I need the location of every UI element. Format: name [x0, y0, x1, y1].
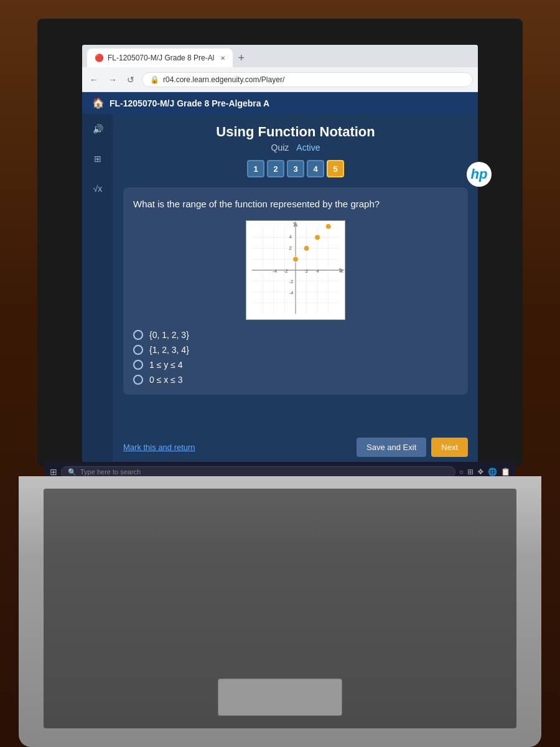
question-numbers: 1 2 3 4 5 [123, 160, 468, 177]
svg-point-27 [304, 246, 309, 251]
app-header: 🏠 FL-1205070-M/J Grade 8 Pre-Algebra A [82, 92, 478, 114]
radio-3[interactable] [133, 360, 143, 370]
svg-text:4: 4 [289, 234, 292, 240]
taskbar-dropbox-icon[interactable]: ❖ [477, 467, 484, 476]
svg-text:4: 4 [316, 268, 319, 274]
bottom-buttons: Save and Exit Next [357, 438, 468, 457]
start-button[interactable]: ⊞ [50, 467, 57, 477]
tab-favicon: 🔴 [95, 54, 104, 62]
security-lock-icon: 🔒 [150, 75, 159, 84]
question-num-3[interactable]: 3 [287, 160, 304, 177]
answer-option-3[interactable]: 1 ≤ y ≤ 4 [133, 360, 458, 370]
quiz-label: Quiz [271, 143, 289, 153]
question-num-5[interactable]: 5 [327, 160, 344, 177]
quiz-status: Active [296, 143, 320, 153]
sidebar: 🔊 ⊞ √x [82, 114, 113, 467]
svg-text:2: 2 [289, 245, 291, 251]
search-icon: 🔍 [68, 468, 77, 476]
next-button[interactable]: Next [431, 438, 468, 457]
url-text: r04.core.learn.edgenuity.com/Player/ [163, 75, 284, 84]
svg-point-28 [315, 235, 320, 240]
answer-options: {0, 1, 2, 3} {1, 2, 3, 4} 1 ≤ y ≤ 4 [133, 330, 458, 385]
address-bar: ← → ↺ 🔒 r04.core.learn.edgenuity.com/Pla… [82, 67, 478, 92]
refresh-button[interactable]: ↺ [124, 72, 137, 87]
content-panel: Using Function Notation Quiz Active 1 2 … [113, 114, 478, 467]
quiz-subtitle: Quiz Active [123, 143, 468, 153]
taskbar-app-icon[interactable]: 📋 [501, 467, 510, 476]
taskbar-circle-icon[interactable]: ○ [459, 467, 464, 476]
keyboard-area [19, 476, 541, 747]
answer-option-4[interactable]: 0 ≤ x ≤ 3 [133, 375, 458, 385]
quiz-title: Using Function Notation [123, 124, 468, 140]
svg-point-29 [325, 223, 331, 229]
touchpad[interactable] [218, 679, 342, 716]
question-num-4[interactable]: 4 [307, 160, 324, 177]
question-area: What is the range of the function repres… [123, 187, 468, 395]
back-button[interactable]: ← [87, 72, 101, 87]
answer-text-1: {0, 1, 2, 3} [149, 330, 189, 340]
forward-button[interactable]: → [106, 72, 119, 87]
sidebar-grid-icon[interactable]: ⊞ [88, 149, 108, 169]
tab-bar: 🔴 FL-1205070-M/J Grade 8 Pre-Al ✕ + [82, 45, 478, 67]
tab-title: FL-1205070-M/J Grade 8 Pre-Al [108, 54, 214, 62]
answer-option-2[interactable]: {1, 2, 3, 4} [133, 345, 458, 355]
coordinate-graph: x y 4 2 -4 -2 2 4 -2 -4 [246, 220, 345, 320]
radio-2[interactable] [133, 345, 143, 355]
new-tab-button[interactable]: + [238, 52, 245, 67]
question-num-2[interactable]: 2 [267, 160, 284, 177]
bottom-bar: Mark this and return Save and Exit Next [123, 433, 468, 457]
tab-close-button[interactable]: ✕ [220, 55, 225, 62]
hp-logo: hp [467, 162, 492, 187]
app-header-title: FL-1205070-M/J Grade 8 Pre-Algebra A [110, 98, 269, 108]
answer-text-2: {1, 2, 3, 4} [149, 345, 189, 355]
svg-point-26 [293, 256, 299, 262]
taskbar-icons: ○ ⊞ ❖ 🌐 📋 [459, 467, 510, 476]
radio-1[interactable] [133, 330, 143, 340]
home-icon[interactable]: 🏠 [92, 97, 105, 109]
sidebar-audio-icon[interactable]: 🔊 [88, 119, 108, 139]
save-exit-button[interactable]: Save and Exit [357, 438, 426, 457]
graph-container: x y 4 2 -4 -2 2 4 -2 -4 [133, 220, 458, 320]
active-tab[interactable]: 🔴 FL-1205070-M/J Grade 8 Pre-Al ✕ [87, 49, 233, 67]
question-num-1[interactable]: 1 [247, 160, 264, 177]
svg-text:-2: -2 [289, 279, 293, 284]
taskbar-windows-icon[interactable]: ⊞ [467, 467, 474, 476]
svg-text:-2: -2 [284, 268, 288, 274]
svg-text:-4: -4 [273, 268, 278, 274]
screen-bezel: 🔴 FL-1205070-M/J Grade 8 Pre-Al ✕ + ← → … [37, 19, 523, 467]
url-bar[interactable]: 🔒 r04.core.learn.edgenuity.com/Player/ [142, 72, 473, 87]
browser-window: 🔴 FL-1205070-M/J Grade 8 Pre-Al ✕ + ← → … [82, 45, 478, 481]
taskbar-edge-icon[interactable]: 🌐 [488, 467, 497, 476]
search-placeholder: Type here to search [80, 468, 141, 476]
question-text: What is the range of the function repres… [133, 197, 458, 210]
svg-text:2: 2 [306, 268, 308, 274]
svg-text:-4: -4 [289, 290, 294, 296]
answer-text-4: 0 ≤ x ≤ 3 [149, 375, 183, 385]
answer-text-3: 1 ≤ y ≤ 4 [149, 360, 183, 370]
radio-4[interactable] [133, 375, 143, 385]
mark-return-link[interactable]: Mark this and return [123, 443, 195, 452]
sidebar-calc-icon[interactable]: √x [88, 179, 108, 199]
answer-option-1[interactable]: {0, 1, 2, 3} [133, 330, 458, 340]
main-content: 🔊 ⊞ √x Using Function Notation Quiz Acti… [82, 114, 478, 467]
